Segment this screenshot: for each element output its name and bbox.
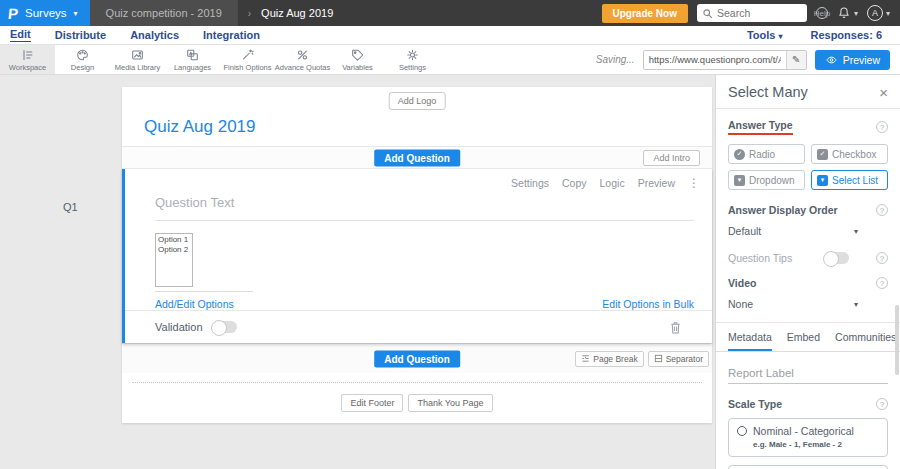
delete-question-button[interactable] — [669, 320, 682, 335]
toolbar-item-media-library[interactable]: Media Library — [110, 45, 165, 74]
tab-communities[interactable]: Communities — [835, 323, 896, 351]
options-underline — [155, 291, 253, 292]
question-tips-label: Question Tips — [728, 252, 792, 264]
pencil-icon: ✎ — [792, 54, 800, 65]
help-link[interactable]: Help — [816, 7, 828, 19]
close-icon[interactable]: × — [879, 85, 888, 100]
questionpro-logo-icon: P — [7, 5, 19, 22]
thank-you-page-button[interactable]: Thank You Page — [408, 394, 492, 412]
answer-type-dropdown[interactable]: ▾ Dropdown — [728, 170, 805, 190]
toolbar-item-design[interactable]: Design — [55, 45, 110, 74]
tab-integration[interactable]: Integration — [203, 29, 260, 42]
report-label-input[interactable] — [728, 367, 888, 384]
global-search[interactable] — [697, 4, 807, 22]
dropdown-icon: ▾ — [734, 175, 745, 186]
upgrade-now-button[interactable]: Upgrade Now — [602, 4, 688, 23]
help-icon[interactable]: ? — [876, 252, 888, 264]
help-icon[interactable]: ? — [876, 121, 888, 133]
survey-header: Add Logo Quiz Aug 2019 — [122, 87, 712, 147]
question-actions: Settings Copy Logic Preview ⋮ — [511, 176, 700, 190]
survey-url-box: ✎ — [643, 50, 807, 70]
account-menu[interactable]: A ▾ — [867, 5, 890, 21]
add-question-button[interactable]: Add Question — [374, 350, 460, 367]
toolbar-item-languages[interactable]: Languages — [165, 45, 220, 74]
editor-toolbar: Workspace Design Media Library Languages… — [0, 45, 900, 75]
edit-footer-button[interactable]: Edit Footer — [341, 394, 403, 412]
separator-button[interactable]: Separator — [648, 351, 709, 367]
toolbar-item-finish-options[interactable]: Finish Options — [220, 45, 275, 74]
chevron-down-icon: ▾ — [854, 300, 858, 309]
question-preview-link[interactable]: Preview — [638, 177, 675, 189]
option-item: Option 1 — [158, 235, 190, 245]
video-label: Video — [728, 277, 756, 289]
help-icon[interactable]: ? — [876, 398, 888, 410]
survey-url-input[interactable] — [644, 51, 786, 69]
answer-type-grid: ✓ Radio ✓ Checkbox ▾ Dropdown ▾ Select L… — [728, 144, 888, 190]
add-question-button[interactable]: Add Question — [374, 149, 460, 166]
top-bar: P Surveys ▾ Quiz competition - 2019 › Qu… — [0, 0, 900, 26]
percent-icon — [295, 48, 310, 62]
add-question-row-bottom: Add Question Page Break Separator — [122, 343, 712, 373]
scale-option-nominal-numeric[interactable]: Nominal - Numeric e.g. Number of cars (1… — [728, 465, 888, 469]
help-icon[interactable]: ? — [876, 204, 888, 216]
breadcrumb-current: Quiz Aug 2019 — [261, 7, 333, 19]
page-break-button[interactable]: Page Break — [575, 351, 643, 367]
survey-title[interactable]: Quiz Aug 2019 — [144, 117, 256, 137]
video-select[interactable]: None ▾ — [728, 298, 858, 310]
tab-distribute[interactable]: Distribute — [55, 29, 106, 42]
question-tips-toggle[interactable] — [824, 252, 849, 264]
toolbar-item-advance-quotas[interactable]: Advance Quotas — [275, 45, 330, 74]
validation-label: Validation — [155, 321, 203, 333]
panel-tabs: Metadata Embed Communities — [716, 323, 900, 352]
question-text-placeholder[interactable]: Question Text — [155, 195, 694, 221]
chevron-down-icon: ▾ — [886, 9, 890, 18]
radio-icon: ✓ — [734, 149, 745, 160]
notifications-menu[interactable]: ▾ — [837, 6, 858, 20]
scale-option-nominal-categorical[interactable]: Nominal - Categorical e.g. Male - 1, Fem… — [728, 418, 888, 457]
question-logic-link[interactable]: Logic — [600, 177, 625, 189]
display-order-select[interactable]: Default ▾ — [728, 225, 858, 237]
tab-edit[interactable]: Edit — [10, 28, 31, 42]
question-block[interactable]: Settings Copy Logic Preview ⋮ Question T… — [122, 169, 712, 343]
preview-button[interactable]: Preview — [815, 50, 890, 70]
survey-card: Add Logo Quiz Aug 2019 Add Question Add … — [122, 87, 712, 423]
search-input[interactable] — [717, 7, 797, 19]
toolbar-item-variables[interactable]: Variables — [330, 45, 385, 74]
tools-menu[interactable]: Tools ▾ — [747, 29, 783, 41]
eye-icon — [825, 55, 838, 65]
survey-footer: Edit Footer Thank You Page — [122, 383, 712, 423]
option-links: Add/Edit Options Edit Options in Bulk — [155, 298, 694, 310]
scale-type-label: Scale Type — [728, 398, 782, 410]
add-intro-button[interactable]: Add Intro — [643, 150, 700, 166]
edit-url-button[interactable]: ✎ — [786, 51, 806, 69]
validation-toggle[interactable] — [212, 321, 237, 333]
answer-type-select-list[interactable]: ▾ Select List — [811, 170, 888, 190]
add-edit-options-link[interactable]: Add/Edit Options — [155, 298, 234, 310]
tab-embed[interactable]: Embed — [787, 323, 820, 351]
checkbox-icon: ✓ — [817, 149, 828, 160]
toolbar-item-workspace[interactable]: Workspace — [0, 45, 55, 74]
chevron-down-icon: ▾ — [854, 9, 858, 18]
help-icon[interactable]: ? — [876, 277, 888, 289]
question-copy-link[interactable]: Copy — [562, 177, 587, 189]
chevron-down-icon: ▾ — [854, 227, 858, 236]
translate-icon — [185, 48, 200, 62]
more-options-icon[interactable]: ⋮ — [688, 176, 700, 190]
surveys-menu[interactable]: P Surveys ▾ — [0, 0, 90, 26]
question-settings-link[interactable]: Settings — [511, 177, 549, 189]
panel-scrollbar[interactable] — [895, 305, 899, 375]
edit-options-in-bulk-link[interactable]: Edit Options in Bulk — [602, 298, 694, 310]
tab-metadata[interactable]: Metadata — [728, 323, 772, 351]
answer-type-checkbox[interactable]: ✓ Checkbox — [811, 144, 888, 164]
answer-type-radio[interactable]: ✓ Radio — [728, 144, 805, 164]
product-name: Surveys — [25, 7, 67, 19]
page-break-icon — [581, 354, 590, 363]
gear-icon — [405, 48, 420, 62]
tab-analytics[interactable]: Analytics — [130, 29, 179, 42]
responses-count[interactable]: Responses: 6 — [810, 29, 882, 41]
breadcrumb-parent[interactable]: Quiz competition - 2019 — [90, 0, 238, 26]
add-logo-button[interactable]: Add Logo — [389, 92, 446, 110]
select-list-preview[interactable]: Option 1 Option 2 — [155, 233, 193, 287]
magic-wand-icon — [240, 48, 255, 62]
toolbar-item-settings[interactable]: Settings — [385, 45, 440, 74]
